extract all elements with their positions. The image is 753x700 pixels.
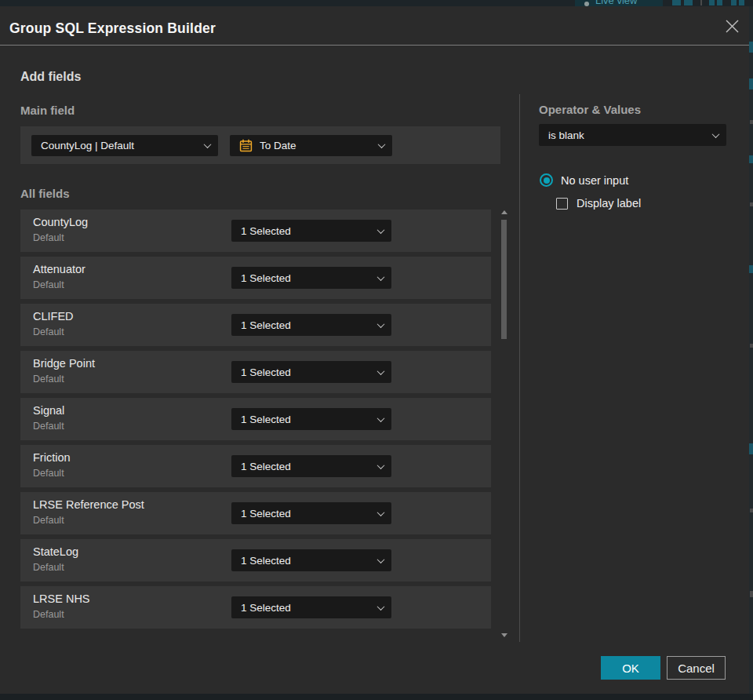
background-fragment <box>672 0 681 5</box>
field-selected-value: 1 Selected <box>241 225 372 237</box>
field-row: Signal Default 1 Selected <box>20 398 491 440</box>
field-name: CLIFED <box>33 310 74 323</box>
field-row: Bridge Point Default 1 Selected <box>20 351 491 393</box>
field-name: Bridge Point <box>33 357 95 370</box>
all-fields-list: CountyLog Default 1 Selected Attenuator … <box>20 210 491 629</box>
background-fragment <box>739 0 744 5</box>
ok-button[interactable]: OK <box>601 656 660 680</box>
background-fragment <box>749 42 753 53</box>
date-field-dropdown[interactable]: To Date <box>230 135 392 156</box>
background-fragment <box>750 120 753 124</box>
chevron-down-icon <box>377 320 385 328</box>
field-row: StateLog Default 1 Selected <box>20 539 491 582</box>
field-subtitle: Default <box>33 279 64 290</box>
field-selected-dropdown[interactable]: 1 Selected <box>231 502 391 524</box>
background-fragment <box>684 0 693 5</box>
scrollbar <box>499 207 510 639</box>
main-field-dropdown[interactable]: CountyLog | Default <box>31 135 218 156</box>
live-view-label: Live view <box>595 0 637 6</box>
field-selected-dropdown[interactable]: 1 Selected <box>231 267 391 289</box>
chevron-down-icon <box>712 130 720 138</box>
field-selected-dropdown[interactable]: 1 Selected <box>231 314 391 336</box>
add-fields-heading: Add fields <box>20 70 81 84</box>
main-field-box: CountyLog | Default To Date <box>20 126 500 164</box>
vertical-divider <box>519 94 520 642</box>
field-subtitle: Default <box>33 562 64 573</box>
no-user-input-option[interactable]: No user input <box>540 173 628 187</box>
field-selected-dropdown[interactable]: 1 Selected <box>231 408 391 430</box>
scrollbar-thumb[interactable] <box>501 220 507 339</box>
background-fragment <box>700 0 702 5</box>
operator-values-label: Operator & Values <box>539 103 641 116</box>
field-subtitle: Default <box>33 609 64 620</box>
field-subtitle: Default <box>33 232 64 243</box>
chevron-down-icon <box>377 461 385 469</box>
chevron-down-icon <box>377 414 385 422</box>
field-selected-value: 1 Selected <box>241 555 372 567</box>
chevron-down-icon <box>377 556 385 563</box>
background-fragment <box>749 265 753 273</box>
background-fragment <box>749 443 753 454</box>
background-fragment <box>750 509 753 512</box>
no-user-input-label[interactable]: No user input <box>561 174 628 187</box>
close-button[interactable] <box>722 16 742 36</box>
field-name: CountyLog <box>33 216 88 228</box>
background-toolbar-sliver: Live view <box>0 0 753 6</box>
operator-dropdown-value: is blank <box>548 129 707 141</box>
field-selected-dropdown[interactable]: 1 Selected <box>231 549 391 571</box>
field-selected-dropdown[interactable]: 1 Selected <box>231 361 391 383</box>
field-name: Attenuator <box>33 263 85 275</box>
field-row: CLIFED Default 1 Selected <box>20 304 491 346</box>
live-view-button: Live view <box>575 0 663 6</box>
field-selected-value: 1 Selected <box>241 414 372 425</box>
screen: Live view Group SQL Expression Builder <box>0 0 753 700</box>
field-selected-value: 1 Selected <box>241 602 372 614</box>
field-name: LRSE NHS <box>33 592 90 605</box>
field-row: LRSE Reference Post Default 1 Selected <box>20 492 491 534</box>
scrollbar-down-arrow-icon[interactable] <box>501 633 507 637</box>
field-subtitle: Default <box>33 326 64 337</box>
chevron-down-icon <box>377 226 385 234</box>
group-sql-expression-builder-dialog: Group SQL Expression Builder Add fields … <box>0 6 749 694</box>
field-selected-value: 1 Selected <box>241 319 372 331</box>
background-fragment <box>750 591 753 597</box>
main-field-label: Main field <box>20 104 75 117</box>
field-selected-value: 1 Selected <box>241 461 372 472</box>
field-selected-dropdown[interactable]: 1 Selected <box>231 596 391 618</box>
date-dropdown-value: To Date <box>260 140 373 151</box>
background-fragment <box>709 0 715 5</box>
field-subtitle: Default <box>33 515 64 526</box>
background-fragment <box>717 0 722 5</box>
display-label-option[interactable]: Display label <box>556 197 641 210</box>
background-fragment <box>750 202 753 206</box>
field-selected-value: 1 Selected <box>241 272 372 284</box>
field-selected-value: 1 Selected <box>241 508 372 520</box>
chevron-down-icon <box>377 509 385 516</box>
checkbox-unchecked-icon <box>556 198 568 210</box>
field-selected-dropdown[interactable]: 1 Selected <box>231 455 391 477</box>
all-fields-label: All fields <box>20 187 70 200</box>
field-subtitle: Default <box>33 421 64 432</box>
main-field-dropdown-value: CountyLog | Default <box>41 140 198 151</box>
close-icon <box>725 19 740 34</box>
operator-dropdown[interactable]: is blank <box>539 124 726 146</box>
calendar-icon <box>239 139 253 152</box>
chevron-down-icon <box>377 603 385 611</box>
background-fragment <box>731 0 737 5</box>
background-right-sliver <box>749 6 753 694</box>
field-selected-dropdown[interactable]: 1 Selected <box>231 220 391 242</box>
field-name: Signal <box>33 404 64 417</box>
dialog-title: Group SQL Expression Builder <box>9 20 216 37</box>
background-fragment <box>749 155 753 163</box>
background-fragment <box>750 344 753 348</box>
chevron-down-icon <box>204 140 212 148</box>
scrollbar-up-arrow-icon[interactable] <box>501 210 507 214</box>
chevron-down-icon <box>377 273 385 281</box>
display-label-label[interactable]: Display label <box>577 197 641 210</box>
field-selected-value: 1 Selected <box>241 366 372 378</box>
cancel-button[interactable]: Cancel <box>667 656 726 680</box>
radio-selected-icon <box>540 173 553 187</box>
field-name: Friction <box>33 451 71 464</box>
chevron-down-icon <box>378 140 386 148</box>
field-row: LRSE NHS Default 1 Selected <box>20 586 491 629</box>
